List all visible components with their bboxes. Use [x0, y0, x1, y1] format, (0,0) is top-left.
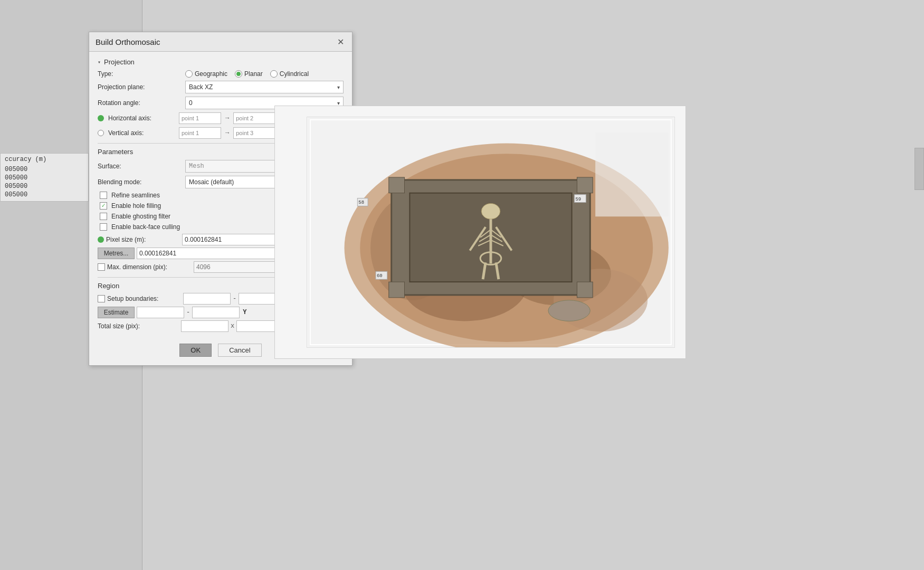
svg-rect-11 — [577, 177, 593, 193]
surface-label: Surface: — [98, 163, 182, 170]
dropdown-arrow-icon: ▾ — [337, 84, 340, 90]
metres-button[interactable]: Metres... — [98, 248, 135, 259]
enable-ghosting-filter-checkbox[interactable] — [100, 213, 107, 220]
enable-back-face-culling-label: Enable back-face culling — [111, 223, 180, 231]
projection-plane-row: Projection plane: Back XZ ▾ — [98, 81, 344, 93]
setup-boundaries-label: Setup boundaries: — [107, 295, 181, 302]
total-size-label: Total size (pix): — [98, 322, 179, 330]
accuracy-header: ccuracy (m) — [5, 156, 84, 163]
x-separator: x — [231, 322, 234, 330]
radio-planar-label: Planar — [244, 70, 263, 78]
svg-rect-13 — [577, 282, 593, 298]
dialog-title: Build Orthomosaic — [96, 37, 160, 46]
accuracy-row: 005000 — [5, 165, 84, 174]
setup-boundaries-checkbox[interactable] — [98, 295, 105, 302]
accuracy-row: 005000 — [5, 174, 84, 182]
boundary-y-max-input[interactable] — [192, 307, 240, 318]
svg-text:58: 58 — [358, 200, 364, 205]
projection-plane-value: Back XZ — [189, 83, 213, 91]
viewport-inner: 58 59 60 — [307, 117, 675, 348]
pixel-size-indicator — [98, 236, 104, 243]
archaeological-scene: 58 59 60 — [307, 117, 674, 347]
radio-planar[interactable]: Planar — [235, 70, 263, 78]
projection-section-header: ▾ Projection — [98, 58, 344, 66]
radio-planar-dot — [236, 72, 241, 76]
dialog-titlebar: Build Orthomosaic ✕ — [89, 32, 352, 52]
pixel-size-label: Pixel size (m): — [106, 236, 180, 243]
arrow-icon: → — [223, 115, 231, 122]
checkmark-icon: ✓ — [101, 203, 105, 209]
horizontal-axis-p2-input[interactable] — [233, 112, 275, 124]
total-size-width-input[interactable] — [181, 320, 228, 332]
svg-rect-12 — [389, 282, 405, 298]
svg-text:60: 60 — [377, 273, 383, 279]
blending-mode-value: Mosaic (default) — [189, 178, 234, 186]
horizontal-axis-p1-input[interactable] — [179, 112, 221, 124]
radio-cylindrical-circle — [270, 70, 278, 78]
enable-ghosting-filter-label: Enable ghosting filter — [111, 213, 170, 220]
refine-seamlines-label: Refine seamlines — [111, 192, 160, 199]
cancel-button[interactable]: Cancel — [218, 344, 261, 357]
radio-planar-circle — [235, 70, 242, 78]
svg-point-34 — [548, 300, 590, 321]
radio-geographic[interactable]: Geographic — [185, 70, 227, 78]
svg-rect-10 — [389, 177, 405, 193]
boundary-x-min-input[interactable] — [183, 293, 231, 305]
boundary-y-min-input[interactable] — [137, 307, 184, 318]
max-dimension-checkbox[interactable] — [98, 263, 105, 271]
horizontal-axis-indicator — [98, 115, 104, 121]
type-row: Type: Geographic Planar Cylindrica — [98, 70, 344, 78]
projection-type-radio-group: Geographic Planar Cylindrical — [185, 70, 344, 78]
svg-text:59: 59 — [576, 197, 582, 202]
accuracy-row: 005000 — [5, 191, 84, 199]
enable-back-face-culling-checkbox[interactable] — [100, 223, 107, 231]
horizontal-axis-label: Horizontal axis: — [108, 115, 177, 122]
dash-separator: - — [233, 295, 236, 302]
ok-button[interactable]: OK — [179, 344, 212, 357]
projection-section-title: Projection — [104, 58, 135, 66]
3d-viewport[interactable]: 58 59 60 — [274, 106, 686, 359]
radio-cylindrical[interactable]: Cylindrical — [270, 70, 309, 78]
estimate-button[interactable]: Estimate — [98, 307, 135, 318]
max-dimension-label: Max. dimension (pix): — [107, 263, 192, 271]
vertical-axis-label: Vertical axis: — [108, 129, 177, 137]
vertical-axis-p2-input[interactable] — [233, 127, 275, 139]
close-button[interactable]: ✕ — [335, 36, 346, 47]
boundary-y-axis: Y — [242, 309, 246, 316]
accuracy-panel: ccuracy (m) 005000 005000 005000 005000 — [0, 153, 89, 202]
radio-geographic-label: Geographic — [195, 70, 227, 78]
projection-plane-dropdown[interactable]: Back XZ ▾ — [185, 81, 344, 93]
refine-seamlines-checkbox[interactable] — [100, 192, 107, 199]
dropdown-arrow-icon2: ▾ — [337, 100, 340, 106]
enable-hole-filling-label: Enable hole filling — [111, 202, 161, 210]
vertical-axis-indicator — [98, 130, 104, 136]
blending-mode-label: Blending mode: — [98, 178, 182, 186]
svg-rect-33 — [595, 133, 669, 217]
type-label: Type: — [98, 70, 182, 78]
arrow-icon2: → — [223, 129, 231, 137]
dash-separator2: - — [186, 309, 190, 316]
accuracy-row: 005000 — [5, 182, 84, 191]
rotation-angle-label: Rotation angle: — [98, 99, 182, 107]
projection-plane-label: Projection plane: — [98, 83, 182, 91]
enable-hole-filling-checkbox[interactable]: ✓ — [100, 202, 107, 210]
radio-geographic-circle — [185, 70, 193, 78]
svg-point-14 — [481, 204, 500, 220]
vertical-axis-p1-input[interactable] — [179, 127, 221, 139]
rotation-angle-value: 0 — [189, 99, 193, 107]
parameters-section-title: Parameters — [98, 148, 133, 156]
radio-cylindrical-label: Cylindrical — [280, 70, 309, 78]
collapse-arrow-icon: ▾ — [98, 59, 101, 65]
scrollbar[interactable] — [915, 148, 924, 190]
